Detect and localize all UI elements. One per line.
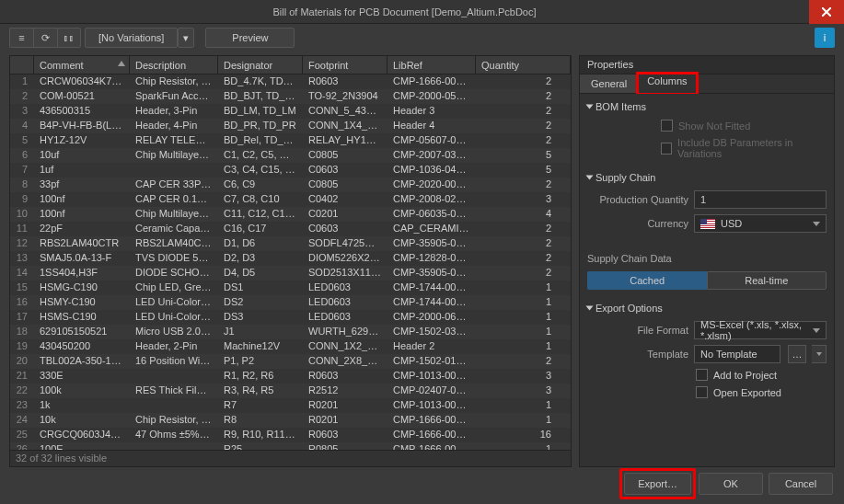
currency-label: Currency [587, 218, 688, 229]
cached-button[interactable]: Cached [587, 271, 707, 290]
grid-body[interactable]: 1CRCW06034K70F…Chip Resistor, 10…BD_4.7K… [10, 74, 571, 450]
dialog-footer: Export… OK Cancel [0, 467, 844, 500]
table-row[interactable]: 9100nfCAP CER 0.1UF 10…C7, C8, C10C0402C… [10, 192, 571, 207]
close-icon [822, 7, 831, 17]
table-row[interactable]: 26100ER25R0805CMP-1666-00005-41 [10, 442, 571, 450]
export-button[interactable]: Export… [624, 473, 691, 495]
chart-icon: ⫾⫾ [64, 32, 75, 43]
template-dropdown-arrow[interactable] [812, 345, 827, 363]
table-row[interactable]: 17HSMS-C190LED Uni-Color Re…DS3LED0603CM… [10, 310, 571, 325]
properties-title: Properties [579, 55, 835, 74]
table-row[interactable]: 13SMAJ5.0A-13-FTVS DIODE 5V 9.2…D2, D3DI… [10, 251, 571, 266]
file-format-label: File Format [587, 325, 688, 336]
col-comment[interactable]: Comment [34, 56, 130, 74]
variations-dropdown[interactable]: [No Variations] [85, 28, 178, 48]
currency-dropdown[interactable]: USD [694, 214, 827, 233]
col-description[interactable]: Description [130, 56, 218, 74]
bom-grid: Comment Description Designator Footprint… [9, 55, 572, 467]
table-row[interactable]: 5HY1Z-12VRELAY TELECOM S…BD_Rel, TD_RelR… [10, 133, 571, 148]
info-icon: i [823, 32, 826, 43]
section-bom-items[interactable]: BOM Items [580, 97, 834, 116]
title-bar: Bill of Materials for PCB Document [Demo… [0, 0, 844, 24]
expand-icon [586, 105, 594, 109]
section-export-options[interactable]: Export Options [580, 299, 834, 317]
open-exported-label: Open Exported [713, 387, 781, 398]
table-row[interactable]: 16HSMY-C190LED Uni-Color Yel…DS2LED0603C… [10, 295, 571, 310]
col-footprint[interactable]: Footprint [303, 56, 387, 74]
tab-general[interactable]: General [580, 74, 639, 93]
table-row[interactable]: 1122pFCeramic Capacito…C16, C17C0603CAP_… [10, 222, 571, 236]
table-row[interactable]: 19430450200Header, 2-PinMachine12VCONN_1… [10, 339, 571, 354]
chevron-down-icon: ▾ [183, 32, 189, 44]
expand-icon [586, 176, 594, 180]
toolbar-refresh-button[interactable]: ⟳ [33, 28, 57, 48]
info-button[interactable]: i [815, 28, 835, 48]
table-row[interactable]: 12RBS2LAM40CTRRBS2LAM40C IS S…D1, D6SODF… [10, 236, 571, 251]
template-browse-button[interactable]: … [788, 345, 806, 363]
grid-header: Comment Description Designator Footprint… [10, 56, 571, 74]
col-libref[interactable]: LibRef [387, 56, 476, 74]
add-to-project-checkbox[interactable] [696, 369, 708, 381]
show-not-fitted-label: Show Not Fitted [678, 120, 750, 132]
table-row[interactable]: 2COM-00521SparkFun Access…BD_BJT, TD_BJT… [10, 89, 571, 104]
col-designator[interactable]: Designator [218, 56, 303, 74]
toolbar-chart-button[interactable]: ⫾⫾ [57, 28, 81, 48]
table-row[interactable]: 1CRCW06034K70F…Chip Resistor, 10…BD_4.7K… [10, 74, 571, 89]
table-row[interactable]: 231kR7R0201CMP-1013-00510-21 [10, 398, 571, 413]
realtime-button[interactable]: Real-time [707, 271, 827, 290]
table-row[interactable]: 25CRGCQ0603J47R47 Ohms ±5% 0.1…R9, R10, … [10, 428, 571, 442]
col-quantity[interactable]: Quantity [476, 56, 571, 74]
table-row[interactable]: 10100nfChip Multilayer C…C11, C12, C13, … [10, 207, 571, 222]
flag-us-icon [700, 219, 715, 229]
file-format-dropdown[interactable]: MS-Excel (*.xls, *.xlsx, *.xlsm) [694, 321, 827, 339]
table-row[interactable]: 833pfCAP CER 33PF 50…C6, C9C0805CMP-2020… [10, 178, 571, 192]
table-row[interactable]: 20TBL002A-350-16G…16 Position Wire…P1, P… [10, 354, 571, 369]
preview-button[interactable]: Preview [205, 28, 295, 48]
table-row[interactable]: 141SS404,H3FDIODE SCHOTTKY…D4, D5SOD2513… [10, 266, 571, 281]
supply-chain-data-label: Supply Chain Data [587, 251, 827, 266]
template-label: Template [587, 349, 688, 360]
window-title: Bill of Materials for PCB Document [Demo… [0, 6, 809, 17]
table-row[interactable]: 18629105150521Micro USB 2.0 Typ…J1WURTH_… [10, 325, 571, 339]
include-db-label: Include DB Parameters in Variations [677, 137, 827, 159]
grid-footer: 32 of 32 lines visible [10, 450, 571, 466]
table-row[interactable]: 15HSMG-C190Chip LED, Green,…DS1LED0603CM… [10, 281, 571, 295]
template-dropdown[interactable]: No Template [694, 345, 780, 363]
properties-panel: Properties General Columns BOM Items Sho… [579, 55, 835, 467]
toolbar: ≡ ⟳ ⫾⫾ [No Variations] ▾ Preview i [0, 24, 844, 52]
table-row[interactable]: 610ufChip Multilayer C…C1, C2, C5, C19, … [10, 148, 571, 163]
col-rownum[interactable] [10, 56, 34, 74]
prod-qty-label: Production Quantity [587, 194, 688, 205]
variations-dropdown-arrow[interactable]: ▾ [178, 28, 194, 48]
cancel-button[interactable]: Cancel [769, 473, 833, 495]
prod-qty-input[interactable]: 1 [694, 190, 827, 209]
include-db-checkbox[interactable] [661, 143, 672, 155]
table-row[interactable]: 2410kChip Resistor, 10…R8R0201CMP-1666-0… [10, 413, 571, 428]
table-row[interactable]: 71ufC3, C4, C15, C18, …C0603CMP-1036-047… [10, 163, 571, 178]
open-exported-checkbox[interactable] [696, 386, 708, 398]
close-button[interactable] [809, 0, 844, 24]
table-row[interactable]: 3436500315Header, 3-PinBD_LM, TD_LMCONN_… [10, 104, 571, 119]
table-row[interactable]: 22100kRES Thick Film, 1…R3, R4, R5R2512C… [10, 384, 571, 398]
tab-columns[interactable]: Columns [636, 72, 698, 96]
table-row[interactable]: 4B4P-VH-FB-B(LF)(S…Header, 4-PinBD_PR, T… [10, 119, 571, 133]
add-to-project-label: Add to Project [713, 370, 777, 381]
show-not-fitted-checkbox[interactable] [661, 120, 673, 132]
table-row[interactable]: 21330ER1, R2, R6R0603CMP-1013-00510…3 [10, 369, 571, 384]
expand-icon [586, 306, 594, 311]
toolbar-btn-1[interactable]: ≡ [9, 28, 33, 48]
sort-asc-icon [118, 61, 125, 66]
ok-button[interactable]: OK [699, 473, 763, 495]
section-supply-chain[interactable]: Supply Chain [580, 168, 834, 187]
